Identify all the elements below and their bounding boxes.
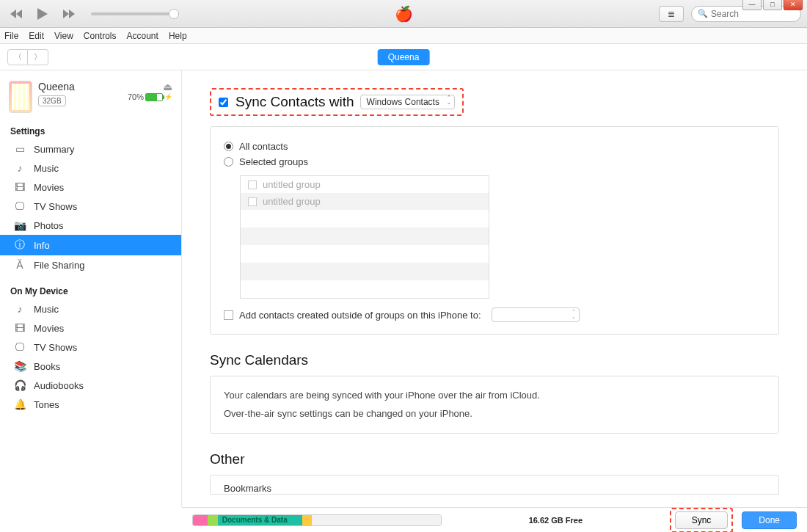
- photos-icon: 📷: [13, 219, 26, 231]
- prev-track-button[interactable]: [6, 6, 26, 22]
- calendars-title: Sync Calendars: [210, 352, 779, 368]
- group-row-empty: [241, 210, 489, 227]
- add-outside-select[interactable]: [492, 307, 580, 322]
- next-track-button[interactable]: [59, 6, 79, 22]
- battery-icon: [145, 93, 163, 101]
- bookmarks-label: Bookmarks: [224, 483, 765, 494]
- usage-seg: [208, 515, 218, 525]
- group-label: untitled group: [263, 179, 321, 190]
- group-row-empty: [241, 227, 489, 245]
- sidebar-label: Info: [34, 240, 50, 251]
- playback-controls: [6, 6, 179, 22]
- sync-button[interactable]: Sync: [675, 511, 729, 529]
- menu-controls[interactable]: Controls: [84, 31, 117, 41]
- minimize-button[interactable]: —: [742, 0, 762, 10]
- device-pill[interactable]: Queena: [378, 49, 430, 65]
- usage-seg: [193, 515, 208, 525]
- add-outside-label: Add contacts created outside of groups o…: [239, 310, 481, 321]
- music-icon: ♪: [13, 303, 26, 315]
- sidebar-label: Movies: [34, 182, 64, 193]
- apple-logo-icon: 🍎: [395, 5, 413, 23]
- group-row-empty: [241, 280, 489, 298]
- sidebar-label: TV Shows: [34, 342, 77, 353]
- sidebar-head-settings: Settings: [0, 123, 181, 139]
- music-icon: ♪: [13, 162, 26, 174]
- free-space-label: 16.62 GB Free: [529, 516, 583, 525]
- sidebar-item-summary[interactable]: ▭Summary: [0, 139, 181, 158]
- calendars-line1: Your calendars are being synced with you…: [224, 387, 765, 405]
- sidebar-dev-movies[interactable]: 🎞Movies: [0, 318, 181, 338]
- sync-contacts-select[interactable]: Windows Contacts: [360, 95, 455, 109]
- sidebar-dev-tvshows[interactable]: 🖵TV Shows: [0, 338, 181, 357]
- sidebar-item-music[interactable]: ♪Music: [0, 158, 181, 178]
- sidebar-item-tvshows[interactable]: 🖵TV Shows: [0, 197, 181, 216]
- volume-knob[interactable]: [169, 9, 179, 19]
- summary-icon: ▭: [13, 143, 26, 155]
- storage-usage-bar[interactable]: Documents & Data: [192, 514, 442, 526]
- group-label: untitled group: [263, 196, 321, 207]
- menu-help[interactable]: Help: [169, 31, 187, 41]
- window-controls: — □ ✕: [742, 0, 803, 10]
- movies-icon: 🎞: [13, 322, 26, 334]
- charging-icon: ⚡: [164, 93, 172, 101]
- sync-contacts-checkbox[interactable]: [219, 98, 228, 107]
- sidebar-dev-music[interactable]: ♪Music: [0, 299, 181, 318]
- info-icon: ⓘ: [13, 238, 26, 252]
- footer-bar: Documents & Data 16.62 GB Free Sync Done: [182, 507, 807, 532]
- list-view-button[interactable]: ≣: [659, 6, 684, 22]
- sidebar-head-device: On My Device: [0, 283, 181, 299]
- menu-account[interactable]: Account: [127, 31, 158, 41]
- calendars-panel: Your calendars are being synced with you…: [210, 376, 779, 434]
- done-button[interactable]: Done: [742, 511, 797, 529]
- audiobooks-icon: 🎧: [13, 379, 26, 391]
- device-header: Queena 32GB ⏏ 70% ⚡: [0, 78, 181, 119]
- menu-view[interactable]: View: [54, 31, 73, 41]
- eject-icon[interactable]: ⏏: [163, 81, 172, 92]
- menu-file[interactable]: File: [4, 31, 18, 41]
- tv-icon: 🖵: [13, 341, 26, 353]
- sidebar-label: Music: [34, 163, 59, 174]
- filesharing-icon: Ă: [13, 259, 26, 271]
- usage-seg: [302, 515, 313, 525]
- usage-seg-docs: Documents & Data: [218, 515, 302, 525]
- group-row[interactable]: untitled group: [241, 176, 489, 193]
- group-checkbox[interactable]: [248, 181, 257, 189]
- tv-icon: 🖵: [13, 200, 26, 212]
- nav-row: 〈 〉 Queena: [0, 44, 807, 70]
- sidebar-item-filesharing[interactable]: ĂFile Sharing: [0, 255, 181, 274]
- group-row[interactable]: untitled group: [241, 193, 489, 210]
- nav-back-forward: 〈 〉: [7, 49, 48, 65]
- sidebar-label: Movies: [34, 323, 64, 334]
- sidebar-dev-audiobooks[interactable]: 🎧Audiobooks: [0, 376, 181, 395]
- group-checkbox[interactable]: [248, 197, 257, 206]
- books-icon: 📚: [13, 360, 26, 372]
- sidebar-item-photos[interactable]: 📷Photos: [0, 216, 181, 235]
- sidebar-item-info[interactable]: ⓘInfo: [0, 235, 181, 255]
- search-icon: 🔍: [698, 9, 708, 18]
- capacity-badge: 32GB: [38, 95, 66, 106]
- sidebar-item-movies[interactable]: 🎞Movies: [0, 178, 181, 197]
- titlebar: 🍎 ≣ 🔍 — □ ✕: [0, 0, 807, 28]
- forward-button[interactable]: 〉: [28, 49, 48, 65]
- radio-icon: [224, 142, 233, 151]
- volume-slider[interactable]: [91, 12, 179, 15]
- play-button[interactable]: [32, 6, 53, 22]
- menu-bar: File Edit View Controls Account Help: [0, 28, 807, 44]
- highlight-sync-contacts: Sync Contacts with Windows Contacts: [210, 88, 464, 116]
- add-outside-checkbox[interactable]: [224, 310, 233, 320]
- radio-selected-groups[interactable]: Selected groups: [224, 154, 765, 170]
- body: Queena 32GB ⏏ 70% ⚡ Settings ▭Summary ♪M…: [0, 70, 807, 507]
- other-panel: Bookmarks: [210, 475, 779, 495]
- sidebar-dev-books[interactable]: 📚Books: [0, 357, 181, 376]
- tones-icon: 🔔: [13, 398, 26, 410]
- usage-seg-free: [312, 515, 441, 525]
- close-button[interactable]: ✕: [784, 0, 803, 10]
- radio-all-contacts[interactable]: All contacts: [224, 139, 765, 154]
- contacts-panel: All contacts Selected groups untitled gr…: [210, 126, 779, 335]
- battery-indicator: 70% ⚡: [128, 92, 172, 101]
- back-button[interactable]: 〈: [7, 49, 28, 65]
- sidebar-dev-tones[interactable]: 🔔Tones: [0, 395, 181, 414]
- radio-icon: [224, 157, 233, 167]
- menu-edit[interactable]: Edit: [29, 31, 44, 41]
- maximize-button[interactable]: □: [763, 0, 782, 10]
